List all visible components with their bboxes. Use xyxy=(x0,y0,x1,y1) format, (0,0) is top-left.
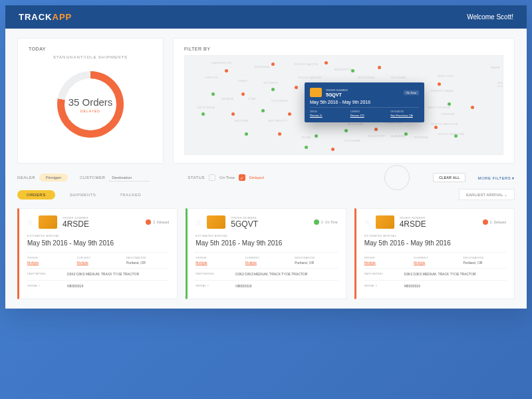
dealer-pill[interactable]: Finnigan xyxy=(39,174,68,182)
map-view[interactable]: WASHINGTON MONTANA NORTH DAKOTA MINNESOT… xyxy=(184,55,503,155)
card-status: 2 Delayed xyxy=(146,219,169,225)
donut-chart: 35 Orders DELAYED xyxy=(29,65,152,144)
dealer-filter: DEALER Finnigan xyxy=(17,174,68,182)
map-pin[interactable] xyxy=(438,82,441,86)
engine-icon xyxy=(310,88,322,97)
order-card[interactable]: ☆ ORDER NUMBER 4RSDE 2 Delayed ESTIMATED… xyxy=(354,208,515,299)
map-pin[interactable] xyxy=(305,146,308,149)
engine-icon xyxy=(39,215,57,229)
donut-ring: 35 Orders DELAYED xyxy=(57,71,124,138)
delayed-text: Delayed xyxy=(249,176,264,180)
stagnant-label: STANGNANT/IDLE SHIPMENTS xyxy=(29,55,152,59)
header-bar: TRACKAPP Welcome Scott! xyxy=(5,5,527,29)
map-pin[interactable] xyxy=(271,63,275,66)
delayed-checkbox[interactable]: ✓ xyxy=(239,174,245,181)
tab-shipments[interactable]: SHIPMENTS xyxy=(61,190,106,200)
popup-label: ORDER NUMBER xyxy=(326,88,348,92)
order-id: 4RSDE xyxy=(63,219,89,229)
ontime-checkbox[interactable] xyxy=(209,174,215,181)
sort-dropdown[interactable]: EARLIEST ARRIVAL ⌄ xyxy=(459,189,515,200)
map-popup[interactable]: ORDER NUMBER 5GQVT On Time May 5th 2016 … xyxy=(305,82,424,122)
map-pin[interactable] xyxy=(404,132,408,136)
map-pin[interactable] xyxy=(271,88,275,91)
ontime-text: On Time xyxy=(219,176,235,180)
est-value: May 5th 2016 - May 9th 2016 xyxy=(364,239,506,247)
today-title: TODAY xyxy=(29,47,152,51)
current-link[interactable]: Multiple xyxy=(245,261,288,265)
map-pin[interactable] xyxy=(471,106,474,109)
map-pin[interactable] xyxy=(211,92,215,96)
card-status: 2 Delayed xyxy=(483,219,506,225)
map-pin[interactable] xyxy=(295,86,298,89)
map-pin[interactable] xyxy=(378,66,381,69)
map-pin[interactable] xyxy=(261,109,265,112)
engine-icon xyxy=(207,215,225,229)
content-area: TODAY STANGNANT/IDLE SHIPMENTS 35 Orders… xyxy=(5,29,527,309)
map-pin[interactable] xyxy=(225,69,228,72)
map-pin[interactable] xyxy=(331,148,334,151)
map-pin[interactable] xyxy=(288,112,291,116)
star-icon[interactable]: ☆ xyxy=(27,219,33,226)
app-shell: TRACKAPP Welcome Scott! TODAY STANGNANT/… xyxy=(5,5,527,309)
map-pin[interactable] xyxy=(245,132,248,136)
welcome-text: Welcome Scott! xyxy=(467,13,513,21)
filter-title: FILTER BY xyxy=(184,47,503,51)
status-filter: STATUS On Time ✓ Delayed xyxy=(188,174,263,181)
popup-date: May 5th 2016 - May 9th 2016 xyxy=(310,100,419,104)
order-card[interactable]: ☆ ORDER NUMBER 5GQVT 2 On Time ESTIMATED… xyxy=(186,208,346,299)
map-pin[interactable] xyxy=(454,134,458,138)
logo-part2: APP xyxy=(53,12,72,22)
current-link[interactable]: Multiple xyxy=(414,261,456,265)
cards-row: ☆ ORDER NUMBER 4RSDE 2 Delayed ESTIMATED… xyxy=(17,208,515,299)
dealer-label: DEALER xyxy=(17,176,35,180)
order-card[interactable]: ☆ ORDER NUMBER 4RSDE 2 Delayed ESTIMATED… xyxy=(17,208,178,299)
origin-link[interactable]: Multiple xyxy=(364,261,407,265)
customer-label: CUSTOMER xyxy=(80,176,105,180)
donut-center: 35 Orders DELAYED xyxy=(65,78,116,130)
star-icon[interactable]: ☆ xyxy=(364,219,370,226)
popup-badge: On Time xyxy=(404,90,419,95)
map-pin[interactable] xyxy=(231,112,235,116)
logo: TRACKAPP xyxy=(19,12,72,22)
top-panels: TODAY STANGNANT/IDLE SHIPMENTS 35 Orders… xyxy=(17,38,515,164)
est-label: ESTIMATED ARRIVAL xyxy=(27,234,169,237)
est-label: ESTIMATED ARRIVAL xyxy=(196,234,337,237)
map-pin[interactable] xyxy=(315,134,318,138)
donut-count: 35 Orders xyxy=(68,96,113,108)
map-pin[interactable] xyxy=(344,129,348,132)
map-pin[interactable] xyxy=(325,61,328,65)
est-label: ESTIMATED ARRIVAL xyxy=(364,234,506,237)
more-filters-link[interactable]: MORE FILTERS ▾ xyxy=(477,176,515,180)
tab-orders[interactable]: ORDERS xyxy=(17,190,55,200)
clear-all-button[interactable]: CLEAR ALL xyxy=(433,173,466,182)
customer-input[interactable] xyxy=(109,174,149,182)
map-pin[interactable] xyxy=(201,112,205,116)
engine-icon xyxy=(376,215,394,229)
current-link[interactable]: Multiple xyxy=(76,261,119,265)
map-pin[interactable] xyxy=(351,69,354,72)
origin-link[interactable]: Multiple xyxy=(27,261,70,265)
donut-status: DELAYED xyxy=(80,109,100,113)
map-pin[interactable] xyxy=(374,128,378,131)
est-value: May 5th 2016 - May 9th 2016 xyxy=(196,239,337,247)
map-pin[interactable] xyxy=(241,92,245,96)
status-icon xyxy=(314,219,319,225)
card-status: 2 On Time xyxy=(314,219,338,225)
popup-id: 5GQVT xyxy=(326,92,348,97)
order-id: 5GQVT xyxy=(231,219,258,229)
star-icon[interactable]: ☆ xyxy=(196,219,201,226)
status-icon xyxy=(146,219,151,225)
status-label: STATUS xyxy=(188,176,205,180)
map-pin[interactable] xyxy=(278,132,281,136)
order-id: 4RSDE xyxy=(400,219,426,229)
map-pin[interactable] xyxy=(448,102,451,106)
status-icon xyxy=(483,219,488,225)
today-panel: TODAY STANGNANT/IDLE SHIPMENTS 35 Orders… xyxy=(17,38,164,164)
tab-tracked[interactable]: TRACKED xyxy=(110,190,150,200)
filters-bar: DEALER Finnigan CUSTOMER STATUS On Time … xyxy=(17,173,515,182)
tabs-row: ORDERS SHIPMENTS TRACKED EARLIEST ARRIVA… xyxy=(17,189,515,200)
origin-link[interactable]: Multiple xyxy=(196,261,238,265)
map-pin[interactable] xyxy=(434,126,438,129)
est-value: May 5th 2016 - May 9th 2016 xyxy=(27,239,169,247)
highlight-ring xyxy=(384,165,410,190)
